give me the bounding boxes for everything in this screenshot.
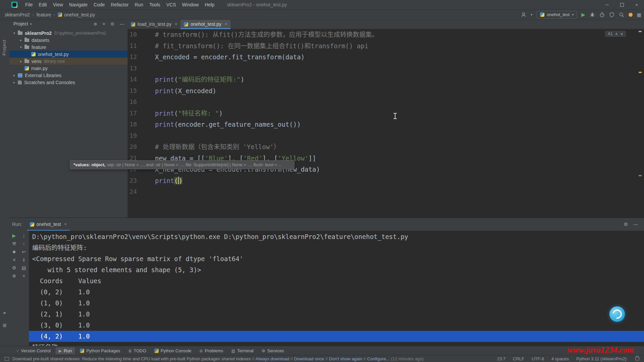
gutter-line-number[interactable]: 13 xyxy=(127,63,137,74)
console-line[interactable]: D:\python_pro\sklearnPro2\venv\Scripts\p… xyxy=(29,231,644,242)
close-button[interactable]: × xyxy=(629,0,644,9)
console-line[interactable]: (1, 0) 1.0 xyxy=(29,298,644,309)
print-icon[interactable]: ▤ xyxy=(21,265,26,270)
tree-row-scratches-and-consoles[interactable]: ▸Scratches and Consoles xyxy=(9,79,127,86)
console-line[interactable]: with 5 stored elements and shape (5, 3)> xyxy=(29,264,644,276)
caret-position-widget[interactable]: 23:7 xyxy=(497,356,505,361)
console-line[interactable]: (3, 0) 1.0 xyxy=(29,320,644,331)
console-line[interactable]: <Compressed Sparse Row sparse matrix of … xyxy=(29,253,644,264)
toolwindow-terminal[interactable]: ▥Terminal xyxy=(228,347,257,354)
breadcrumb-item-feature[interactable]: feature xyxy=(37,12,51,17)
stop-icon[interactable]: ■ xyxy=(13,249,15,254)
run-tab[interactable]: onehot_test × xyxy=(27,218,70,231)
menu-tools[interactable]: Tools xyxy=(146,0,163,9)
menu-view[interactable]: View xyxy=(50,0,66,9)
code-line[interactable]: # fit_transform(): 在同一数据集上组合fit()和transf… xyxy=(155,40,634,52)
commit-user-icon[interactable] xyxy=(521,12,526,17)
profiler-button[interactable] xyxy=(599,12,605,17)
tree-row-external-libraries[interactable]: ▸External Libraries xyxy=(9,72,127,79)
encoding-widget[interactable]: UTF-8 xyxy=(532,356,544,361)
run-configuration-select[interactable]: onehot_test ▾ xyxy=(537,11,577,19)
console-line[interactable]: (0, 2) 1.0 xyxy=(29,287,644,298)
scroll-to-end-icon[interactable]: ⇓ xyxy=(22,257,26,262)
gutter-line-number[interactable]: 24 xyxy=(127,186,137,197)
stripe-project-button[interactable]: Project xyxy=(2,40,7,55)
tab-close-icon[interactable]: × xyxy=(225,22,227,26)
gutter-line-number[interactable]: 20 xyxy=(127,141,137,153)
code-line[interactable]: print("编码后的特征矩阵:") xyxy=(155,74,634,85)
menu-window[interactable]: Window xyxy=(179,0,202,9)
menu-file[interactable]: File xyxy=(22,0,36,9)
gutter-line-number[interactable]: 11 xyxy=(127,40,137,52)
prev-problem-icon[interactable]: ∧ xyxy=(615,32,618,36)
editor[interactable]: 101112131415161718192021222324 # transfo… xyxy=(127,29,644,218)
indent-widget[interactable]: 4 spaces xyxy=(551,356,569,361)
menu-help[interactable]: Help xyxy=(202,0,217,9)
hide-panel-icon[interactable]: — xyxy=(633,222,638,227)
structure-icon[interactable]: ▦ xyxy=(3,323,6,327)
collapse-all-icon[interactable]: ≡ xyxy=(103,21,105,26)
run-settings-gear-icon[interactable]: ⚙ xyxy=(624,222,628,227)
tree-row-onehot-test-py[interactable]: onehot_test.py xyxy=(9,51,127,58)
console-line[interactable]: (2, 1) 1.0 xyxy=(29,309,644,320)
gutter-line-number[interactable]: 12 xyxy=(127,51,137,63)
build-icon[interactable]: ⚒ xyxy=(12,241,16,246)
chevron-down-icon[interactable]: ▾ xyxy=(30,22,32,26)
bookmark-icon[interactable]: ⚑ xyxy=(3,311,6,316)
panel-options-gear-icon[interactable]: ⚙ xyxy=(110,21,114,26)
menu-code[interactable]: Code xyxy=(91,0,108,9)
code-line[interactable] xyxy=(155,96,634,108)
menu-navigate[interactable]: Navigate xyxy=(66,0,91,9)
code-line[interactable] xyxy=(155,186,634,197)
run-button[interactable]: ▶ xyxy=(581,12,585,18)
breadcrumb-item-sklearnpro2[interactable]: sklearnPro2 xyxy=(5,12,30,17)
scroll-up-icon[interactable]: ↑ xyxy=(23,241,25,246)
code-line[interactable]: print(X_encoded) xyxy=(155,85,634,97)
rerun-icon[interactable]: ▶ xyxy=(12,233,16,238)
toolwindow-problems[interactable]: ⊘Problems xyxy=(197,347,226,354)
next-problem-icon[interactable]: ∨ xyxy=(620,32,623,36)
clear-icon[interactable]: × xyxy=(22,274,25,278)
breadcrumb-item-onehot-test-py[interactable]: onehot_test.py xyxy=(58,12,95,17)
menu-vcs[interactable]: VCS xyxy=(163,0,179,9)
gutter-line-number[interactable]: 14 xyxy=(127,74,137,85)
toolwindow-python-packages[interactable]: Python Packages xyxy=(77,347,123,354)
maximize-button[interactable] xyxy=(614,0,629,9)
toolwindow-services[interactable]: ⚙Services xyxy=(259,347,287,354)
debug-button[interactable] xyxy=(590,12,595,17)
tool-windows-grid-icon[interactable]: ▦ xyxy=(637,12,641,17)
gutter-line-number[interactable]: 16 xyxy=(127,96,137,108)
toolwindow-version-control[interactable]: ⑂Version Control xyxy=(13,347,54,354)
notification-dot-icon[interactable] xyxy=(629,13,633,17)
gutter-line-number[interactable]: 15 xyxy=(127,85,137,97)
scroll-down-icon[interactable]: ↓ xyxy=(23,233,25,238)
coverage-button[interactable] xyxy=(609,12,614,17)
tab-close-icon[interactable]: × xyxy=(64,222,67,227)
code-line[interactable]: X_encoded = encoder.fit_transform(data) xyxy=(155,51,634,63)
gutter-line-number[interactable]: 18 xyxy=(127,119,137,130)
menu-refactor[interactable]: Refactor xyxy=(108,0,132,9)
inspections-widget[interactable]: A1 ∧ ∨ xyxy=(605,31,626,37)
project-panel-title[interactable]: Project xyxy=(13,21,28,26)
code-line[interactable] xyxy=(155,130,634,141)
tree-row-main-py[interactable]: main.py xyxy=(9,65,127,72)
status-link-always-download[interactable]: Always download xyxy=(256,356,289,361)
restore-layout-icon[interactable]: ≡ xyxy=(13,257,15,262)
tree-row-venv[interactable]: ▸venvlibrary root xyxy=(9,58,127,65)
hide-panel-icon[interactable]: — xyxy=(120,21,124,26)
gutter-line-number[interactable]: 23 xyxy=(127,175,137,186)
tab-load-iris-test-py[interactable]: load_iris_test.py× xyxy=(127,19,180,29)
menu-edit[interactable]: Edit xyxy=(36,0,50,9)
minimize-button[interactable] xyxy=(600,0,614,9)
gutter-line-number[interactable]: 17 xyxy=(127,108,137,119)
settings-icon[interactable]: ⚙ xyxy=(12,265,16,270)
status-link-download-once[interactable]: Download once xyxy=(294,356,324,361)
console-line[interactable]: (4, 2) 1.0 xyxy=(29,331,644,342)
tree-row-datasets[interactable]: ▸datasets xyxy=(9,37,127,44)
tab-onehot-test-py[interactable]: onehot_test.py× xyxy=(180,19,230,29)
menu-run[interactable]: Run xyxy=(131,0,146,9)
pin-icon[interactable]: ⊕ xyxy=(12,274,16,278)
status-link-don-t-show-again[interactable]: Don't show again xyxy=(329,356,362,361)
code-line[interactable]: # 处理新数据（包含未知类别 'Yellow'） xyxy=(155,141,634,153)
console-line[interactable]: 编码后的特征矩阵: xyxy=(29,242,644,253)
